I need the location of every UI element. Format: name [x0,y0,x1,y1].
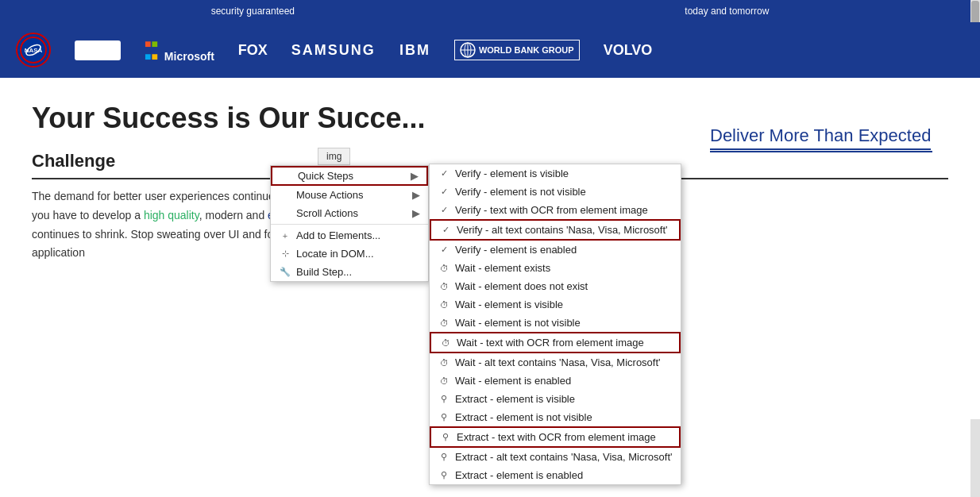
quick-steps-item[interactable]: Quick Steps ▶ [271,166,428,186]
submenu-wait-enabled[interactable]: ⏱ Wait - element is enabled [430,372,681,390]
submenu-label-4: Verify - alt text contains 'Nasa, Visa, … [457,224,668,236]
clock-icon-1: ⏱ [438,264,450,273]
submenu-label-16: Extract - alt text contains 'Nasa, Visa,… [455,451,673,463]
svg-text:NASA: NASA [25,47,43,54]
quick-steps-arrow: ▶ [411,170,419,182]
check-icon-1: ✓ [438,168,450,179]
scroll-actions-arrow: ▶ [412,207,420,219]
quick-steps-submenu: ✓ Verify - element is visible ✓ Verify -… [429,164,681,485]
submenu-extract-ocr[interactable]: ⚲ Extract - text with OCR from element i… [430,426,681,448]
scroll-actions-label: Scroll Actions [296,207,358,219]
extract-icon-2: ⚲ [438,412,450,422]
top-bar: security guaranteed today and tomorrow [0,0,980,22]
mouse-actions-item[interactable]: Mouse Actions ▶ [271,186,428,204]
submenu-extract-not-visible[interactable]: ⚲ Extract - element is not visible [430,408,681,426]
submenu-label-7: Wait - element does not exist [455,280,588,292]
locate-icon: ⊹ [279,248,291,259]
submenu-wait-not-exists[interactable]: ⏱ Wait - element does not exist [430,277,681,295]
visa-logo: VISA [75,40,121,60]
extract-icon-1: ⚲ [438,394,450,404]
build-step-item[interactable]: 🔧 Build Step... [271,263,428,281]
clock-icon-5: ⏱ [439,338,452,348]
topbar-tomorrow: today and tomorrow [685,6,769,17]
scroll-actions-item[interactable]: Scroll Actions ▶ [271,204,428,222]
extract-icon-5: ⚲ [438,470,450,480]
check-icon-2: ✓ [438,187,450,197]
submenu-label-6: Wait - element exists [455,262,550,274]
deliver-section: Deliver More Than Expected [710,125,932,152]
nasa-logo: NASA [16,33,51,67]
submenu-verify-ocr[interactable]: ✓ Verify - text with OCR from element im… [430,201,681,219]
submenu-label-8: Wait - element is visible [455,299,563,310]
samsung-logo: SAMSUNG [291,42,376,59]
submenu-wait-alt-text[interactable]: ⏱ Wait - alt text contains 'Nasa, Visa, … [430,353,681,372]
submenu-label-5: Verify - element is enabled [455,244,577,256]
ibm-logo: IBM [399,42,430,59]
check-icon-3: ✓ [438,205,450,215]
submenu-verify-not-visible[interactable]: ✓ Verify - element is not visible [430,183,681,201]
check-icon-5: ✓ [438,245,450,255]
submenu-label-3: Verify - text with OCR from element imag… [455,204,648,216]
extract-icon-3: ⚲ [439,432,452,442]
submenu-wait-ocr[interactable]: ⏱ Wait - text with OCR from element imag… [430,332,681,353]
deliver-title[interactable]: Deliver More Than Expected [710,125,931,150]
submenu-verify-alt-text[interactable]: ✓ Verify - alt text contains 'Nasa, Visa… [430,219,681,241]
plus-icon: + [279,231,291,241]
extract-icon-4: ⚲ [438,452,450,462]
wrench-icon: 🔧 [279,267,291,277]
mouse-actions-label: Mouse Actions [296,189,364,201]
context-menu-overlay: img Quick Steps ▶ Mouse Actions ▶ Scroll… [270,148,429,282]
submenu-label-15: Extract - text with OCR from element ima… [457,431,656,443]
volvo-logo: VOLVO [604,42,653,59]
submenu-label-11: Wait - alt text contains 'Nasa, Visa, Mi… [455,356,661,368]
menu-divider-1 [271,224,428,225]
clock-icon-4: ⏱ [438,318,450,328]
clock-icon-7: ⏱ [438,376,450,386]
context-menu: Quick Steps ▶ Mouse Actions ▶ Scroll Act… [270,165,429,282]
submenu-wait-visible[interactable]: ⏱ Wait - element is visible [430,295,681,314]
img-label: img [318,148,350,165]
submenu-label-12: Wait - element is enabled [455,375,571,387]
submenu-verify-enabled[interactable]: ✓ Verify - element is enabled [430,241,681,259]
topbar-security: security guaranteed [211,6,295,17]
submenu-label-14: Extract - element is not visible [455,411,592,423]
fox-logo: FOX [238,42,268,59]
mouse-actions-arrow: ▶ [412,189,420,201]
check-icon-4: ✓ [439,225,452,235]
submenu-label-2: Verify - element is not visible [455,186,586,198]
main-content: Your Success is Our Succe... Challenge T… [0,78,980,419]
submenu-verify-visible[interactable]: ✓ Verify - element is visible [430,164,681,183]
locate-in-dom-item[interactable]: ⊹ Locate in DOM... [271,245,428,263]
worldbank-logo: WORLD BANK GROUP [454,40,580,60]
clock-icon-2: ⏱ [438,282,450,291]
build-step-label: Build Step... [296,266,352,278]
locate-in-dom-label: Locate in DOM... [296,248,374,260]
submenu-label-9: Wait - element is not visible [455,317,581,329]
clock-icon-3: ⏱ [438,300,450,310]
quick-steps-label: Quick Steps [298,170,353,182]
add-to-elements-label: Add to Elements... [296,229,380,241]
submenu-extract-enabled[interactable]: ⚲ Extract - element is enabled [430,466,681,484]
submenu-extract-visible[interactable]: ⚲ Extract - element is visible [430,390,681,408]
submenu-wait-exists[interactable]: ⏱ Wait - element exists [430,259,681,277]
microsoft-logo: ■■ ■■ Microsoft [145,37,214,63]
submenu-label-1: Verify - element is visible [455,168,569,179]
logo-bar: NASA VISA ■■ ■■ Microsoft FOX SAMSUNG IB… [0,22,980,78]
submenu-label-10: Wait - text with OCR from element image [457,337,644,349]
submenu-extract-alt-text[interactable]: ⚲ Extract - alt text contains 'Nasa, Vis… [430,448,681,466]
clock-icon-6: ⏱ [438,358,450,368]
add-to-elements-item[interactable]: + Add to Elements... [271,226,428,245]
submenu-wait-not-visible[interactable]: ⏱ Wait - element is not visible [430,314,681,332]
submenu-label-13: Extract - element is visible [455,393,575,405]
submenu-label-17: Extract - element is enabled [455,469,583,481]
